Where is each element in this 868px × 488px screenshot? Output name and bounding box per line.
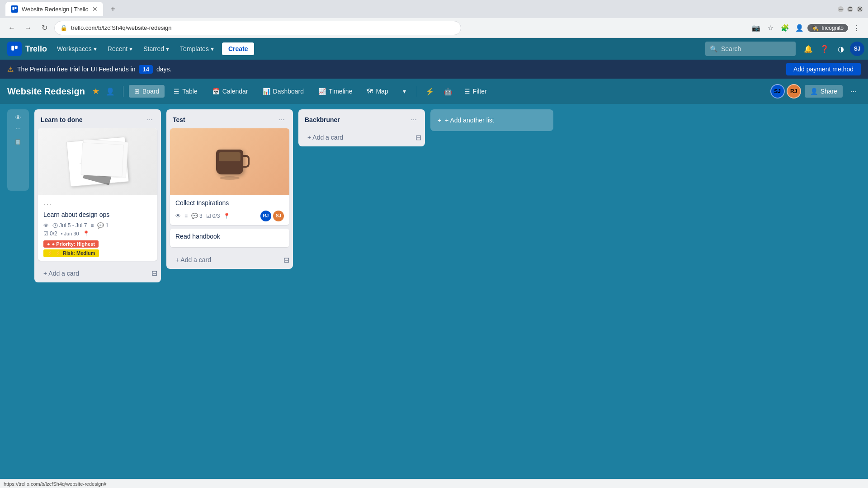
filter-button[interactable]: ☰ Filter (459, 85, 492, 98)
watch-icon: 👁 (43, 222, 49, 229)
collapsed-list[interactable]: 👁 ··· 📋 (7, 109, 29, 191)
calendar-view-button[interactable]: 📅 Calendar (207, 85, 254, 98)
svg-rect-2 (839, 9, 843, 9)
banner-text-suffix: days. (156, 66, 171, 73)
add-card-button[interactable]: + Add a card (170, 253, 283, 267)
card-dots-icon: ⋯ (43, 199, 52, 209)
nav-workspaces[interactable]: Workspaces ▾ (52, 42, 101, 55)
list-title: Backbruner (305, 116, 406, 123)
add-card-button[interactable]: + Add a card (38, 266, 151, 281)
status-bar: https://trello.com/b/lzcfSh4q/website-re… (0, 479, 868, 488)
lightning-icon: ⚡ (47, 250, 53, 256)
card-template-icon[interactable]: ⊟ (283, 256, 289, 264)
card-meta: 👁 Jul 5 - Jul 7 ≡ 💬 1 (43, 222, 152, 229)
user-avatar[interactable]: SJ (850, 42, 864, 56)
tab-title: Website Redesign | Trello (22, 6, 89, 13)
collect-inspirations-card[interactable]: Collect Inspirations 👁 ≡ 💬 3 ☑ 0/3 (170, 128, 289, 225)
list-menu-button[interactable]: ··· (145, 114, 155, 126)
eye-icon: 👁 (15, 114, 21, 121)
due-date: • Jun 30 (61, 231, 79, 236)
board-more-button[interactable]: ··· (846, 84, 861, 99)
board-view-button[interactable]: ⊞ Board (129, 85, 165, 98)
starred-chevron-icon: ▾ (166, 45, 169, 52)
list-items-icon: ≡ (90, 222, 94, 229)
back-button[interactable]: ← (5, 22, 18, 34)
nav-recent[interactable]: Recent ▾ (103, 42, 137, 55)
board-members: SJ RJ (770, 84, 801, 99)
list-title: Test (173, 116, 274, 123)
member-sj-avatar: SJ (273, 211, 284, 221)
member-rj-avatar: RJ (260, 211, 271, 221)
add-list-plus-icon: + (438, 117, 441, 124)
date-range: Jul 5 - Jul 7 (59, 222, 87, 229)
trello-favicon (11, 5, 18, 13)
table-view-icon: ☰ (174, 88, 179, 95)
more-options-icon[interactable]: ⋮ (850, 22, 863, 34)
new-tab-button[interactable]: + (107, 3, 119, 15)
card-body: ⋯ Learn about design ops 👁 Jul 5 - Jul 7… (38, 195, 157, 261)
add-another-list-button[interactable]: + + Add another list (430, 109, 553, 131)
comment-icon: 💬 3 (191, 213, 203, 219)
days-remaining-badge: 14 (139, 65, 152, 74)
automation-btn-icon[interactable]: 🤖 (441, 84, 455, 99)
dashboard-view-button[interactable]: 📊 Dashboard (257, 85, 310, 98)
browser-actions: 📷 ☆ 🧩 👤 🕵 Incognito ⋮ (750, 22, 863, 34)
card-labels: ● ● Priority: Highest ⚡ ⚡ Risk: Medium (43, 240, 152, 257)
maximize-button[interactable] (847, 6, 853, 12)
red-dot-icon: ● (47, 241, 50, 247)
read-handbook-card[interactable]: Read handbook (170, 229, 289, 248)
help-icon[interactable]: ❓ (817, 42, 832, 56)
add-card-button[interactable]: + Add a card (302, 130, 415, 145)
member-sj-avatar[interactable]: SJ (770, 84, 785, 99)
reload-button[interactable]: ↻ (38, 22, 51, 34)
automation-icon[interactable]: 👤 (103, 84, 118, 99)
card-title: Learn about design ops (43, 211, 152, 220)
share-button[interactable]: 👤 Share (805, 85, 843, 98)
learn-to-done-list: Learn to done ··· (34, 109, 161, 282)
more-views-icon: ▾ (403, 88, 406, 95)
more-views-button[interactable]: ▾ (397, 85, 411, 98)
list-menu-button[interactable]: ··· (409, 114, 419, 126)
map-view-button[interactable]: 🗺 Map (361, 85, 393, 98)
location-icon: 📍 (83, 230, 90, 237)
add-payment-button[interactable]: Add payment method (786, 63, 861, 75)
card-template-icon[interactable]: ⊟ (415, 133, 421, 142)
member-rj-avatar[interactable]: RJ (787, 84, 801, 99)
bookmark-star-icon[interactable]: ☆ (764, 22, 777, 34)
status-url: https://trello.com/b/lzcfSh4q/website-re… (4, 481, 106, 487)
notifications-icon[interactable]: 🔔 (801, 42, 816, 56)
theme-icon[interactable]: ◑ (834, 42, 848, 56)
tab-close-button[interactable]: ✕ (92, 5, 98, 13)
clock-icon: Jul 5 - Jul 7 (52, 222, 87, 229)
extension-camera-icon[interactable]: 📷 (750, 22, 762, 34)
star-board-button[interactable]: ★ (92, 86, 99, 96)
nav-starred[interactable]: Starred ▾ (139, 42, 174, 55)
dashboard-view-icon: 📊 (263, 88, 270, 95)
card-template-icon[interactable]: ⊟ (151, 269, 157, 277)
trello-logo[interactable] (7, 42, 22, 56)
svg-rect-3 (849, 8, 852, 11)
calendar-view-icon: 📅 (212, 88, 220, 95)
list-menu-button[interactable]: ··· (277, 114, 287, 126)
list-body: Collect Inspirations 👁 ≡ 💬 3 ☑ 0/3 (166, 128, 293, 251)
browser-tab[interactable]: Website Redesign | Trello ✕ (5, 2, 103, 16)
extensions-icon[interactable]: 🧩 (778, 22, 791, 34)
checklist-badge: ☑ 0/3 (206, 213, 220, 219)
create-button[interactable]: Create (222, 42, 255, 55)
close-button[interactable] (857, 6, 863, 12)
nav-templates[interactable]: Templates ▾ (175, 42, 218, 55)
svg-rect-1 (15, 7, 17, 9)
test-list: Test ··· (166, 109, 293, 269)
learn-design-ops-card[interactable]: ⋯ Learn about design ops 👁 Jul 5 - Jul 7… (38, 128, 157, 261)
profile-icon[interactable]: 👤 (793, 22, 806, 34)
search-bar[interactable]: 🔍 Search (705, 42, 796, 56)
address-bar[interactable]: 🔒 trello.com/b/lzcfSh4q/website-redesign (54, 21, 461, 35)
trello-logo-area: Trello (4, 42, 51, 56)
forward-button[interactable]: → (22, 22, 34, 34)
list-header: Test ··· (166, 109, 293, 128)
timeline-view-icon: 📈 (318, 88, 326, 95)
table-view-button[interactable]: ☰ Table (168, 85, 203, 98)
timeline-view-button[interactable]: 📈 Timeline (313, 85, 358, 98)
power-ups-icon[interactable]: ⚡ (423, 84, 437, 99)
minimize-button[interactable] (838, 6, 844, 12)
